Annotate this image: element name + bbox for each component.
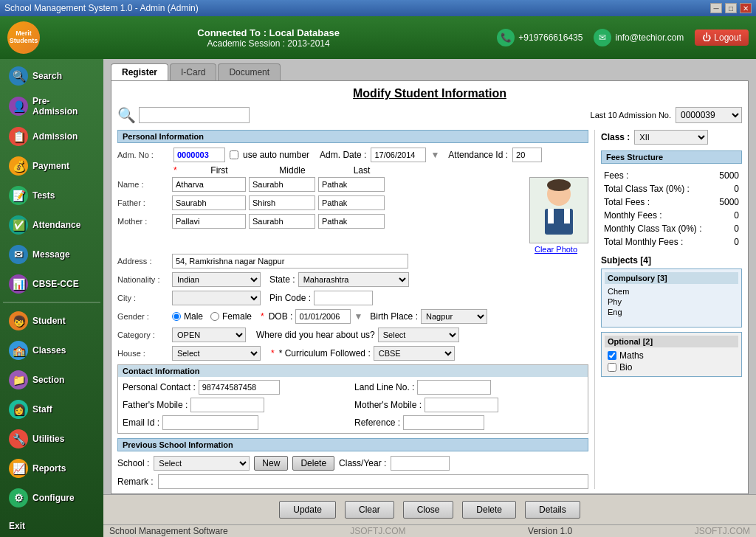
class-year-input[interactable] <box>391 456 450 471</box>
reference-input[interactable] <box>403 415 484 430</box>
sidebar-item-attendance[interactable]: ✅ Attendance <box>3 212 100 238</box>
sidebar-configure-label: Configure <box>32 493 75 503</box>
mother-mobile-input[interactable] <box>425 398 498 412</box>
name-row: Name : <box>117 177 523 192</box>
maximize-button[interactable]: □ <box>725 3 737 13</box>
svg-rect-3 <box>548 209 554 224</box>
sidebar-item-reports[interactable]: 📈 Reports <box>3 455 100 482</box>
attendance-id-input[interactable] <box>512 148 542 162</box>
dob-calendar-icon[interactable]: ▼ <box>354 311 362 322</box>
calendar-icon[interactable]: ▼ <box>430 150 439 160</box>
state-label: State : <box>269 274 295 285</box>
clear-photo-link[interactable]: Clear Photo <box>535 245 577 254</box>
father-middle-input[interactable] <box>249 195 315 210</box>
birthplace-select[interactable]: Nagpur <box>421 309 487 324</box>
mother-middle-input[interactable] <box>249 214 315 229</box>
gender-male-radio[interactable] <box>172 312 181 321</box>
email-id-input[interactable] <box>162 415 258 430</box>
pin-input[interactable] <box>314 291 373 305</box>
subjects-section: Subjects [4] Compulsory [3] Chem Phy Eng… <box>601 255 742 377</box>
sidebar-item-exit[interactable]: Exit <box>3 519 100 533</box>
auto-number-checkbox[interactable] <box>230 150 238 159</box>
close-button[interactable]: Close <box>403 501 454 519</box>
gender-female-radio[interactable] <box>210 312 219 321</box>
fees-row-4: Monthly Class Tax (0%) : 0 <box>602 223 740 235</box>
close-window-button[interactable]: ✕ <box>740 3 752 13</box>
name-middle-input[interactable] <box>249 177 315 192</box>
mother-first-input[interactable] <box>172 214 246 229</box>
father-last-input[interactable] <box>318 195 385 210</box>
email-id-label: Email Id : <box>123 418 159 428</box>
update-button[interactable]: Update <box>279 501 336 519</box>
category-select[interactable]: OPEN <box>172 328 246 342</box>
dob-input[interactable] <box>295 309 351 324</box>
name-first-input[interactable] <box>172 177 246 192</box>
sidebar-item-section[interactable]: 📁 Section <box>3 367 100 393</box>
father-first-input[interactable] <box>172 195 246 210</box>
tab-document[interactable]: Document <box>218 63 281 80</box>
sidebar-item-search[interactable]: 🔍 Search <box>3 63 100 89</box>
sidebar-item-payment[interactable]: 💰 Payment <box>3 153 100 179</box>
city-select[interactable] <box>172 291 261 305</box>
attendance-icon: ✅ <box>9 215 28 235</box>
sidebar-item-cbse[interactable]: 📊 CBSE-CCE <box>3 271 100 297</box>
minimize-button[interactable]: ─ <box>710 3 722 13</box>
title-bar-controls: ─ □ ✕ <box>710 3 752 13</box>
hear-about-select[interactable]: Select <box>378 328 459 342</box>
last-adm-label: Last 10 Admission No. <box>591 111 671 119</box>
tab-register[interactable]: Register <box>111 63 168 80</box>
class-row: Class : XII <box>601 130 742 145</box>
email-id-row: Email Id : <box>123 415 351 430</box>
class-select[interactable]: XII <box>634 130 708 145</box>
new-school-button[interactable]: New <box>254 456 288 471</box>
address-input[interactable] <box>172 254 408 268</box>
bio-checkbox[interactable] <box>608 363 616 372</box>
house-select[interactable]: Select <box>172 346 261 361</box>
delete-school-button[interactable]: Delete <box>292 456 334 471</box>
sidebar-item-tests[interactable]: 📝 Tests <box>3 182 100 209</box>
status-bar: School Management Software JSOFTJ.COM Ve… <box>103 524 756 537</box>
last-admission-select[interactable]: 0000039 <box>676 107 742 123</box>
maths-checkbox[interactable] <box>608 351 616 360</box>
sidebar-item-classes[interactable]: 🏫 Classes <box>3 337 100 364</box>
sidebar-item-admission[interactable]: 📋 Admission <box>3 123 100 150</box>
header-contacts: 📞 +919766616435 ✉ info@techior.com ⏻ Log… <box>497 29 749 46</box>
sidebar-item-pre-admission[interactable]: 👤 Pre-Admission <box>3 92 100 120</box>
school-select[interactable]: Select <box>154 456 250 471</box>
father-mobile-input[interactable] <box>190 398 264 412</box>
form-area: Modify Student Information 🔍 Last 10 Adm… <box>111 80 749 494</box>
student-search-input[interactable] <box>139 107 250 123</box>
tab-icard[interactable]: I-Card <box>170 63 216 80</box>
father-mobile-label: Father's Mobile : <box>123 400 188 410</box>
remark-input[interactable] <box>158 474 588 489</box>
curriculum-select[interactable]: CBSE <box>374 346 455 361</box>
clear-button[interactable]: Clear <box>345 501 394 519</box>
details-button[interactable]: Details <box>525 501 580 519</box>
nationality-select[interactable]: Indian <box>172 272 261 287</box>
category-row: Category : OPEN Where did you hear about… <box>117 328 588 342</box>
state-select[interactable]: Maharashtra <box>298 272 409 287</box>
fees-value-0: 5000 <box>715 170 740 181</box>
personal-contact-input[interactable] <box>199 380 280 395</box>
name-label: Name : <box>117 180 169 189</box>
sidebar-item-student[interactable]: 👦 Student <box>3 308 100 334</box>
adm-date-input[interactable] <box>371 148 426 162</box>
logout-button[interactable]: ⏻ Logout <box>695 30 749 46</box>
sidebar-item-utilities[interactable]: 🔧 Utilities <box>3 426 100 452</box>
delete-button[interactable]: Delete <box>462 501 516 519</box>
svg-rect-4 <box>564 209 570 224</box>
tabs-bar: Register I-Card Document <box>103 59 756 80</box>
mother-last-input[interactable] <box>318 214 385 229</box>
sidebar-item-staff[interactable]: 👩 Staff <box>3 396 100 423</box>
adm-no-input[interactable] <box>173 148 225 162</box>
search-magnifier-icon[interactable]: 🔍 <box>117 106 136 124</box>
land-line-input[interactable] <box>417 380 491 395</box>
sidebar-utils-label: Utilities <box>32 434 64 444</box>
phone-icon: 📞 <box>497 29 515 46</box>
class-year-label: Class/Year : <box>339 458 386 468</box>
sidebar-item-configure[interactable]: ⚙ Configure <box>3 485 100 511</box>
gender-female-label: Female <box>222 311 252 322</box>
sidebar-item-message[interactable]: ✉ Message <box>3 241 100 268</box>
student-icon: 👦 <box>9 311 28 330</box>
name-last-input[interactable] <box>318 177 385 192</box>
